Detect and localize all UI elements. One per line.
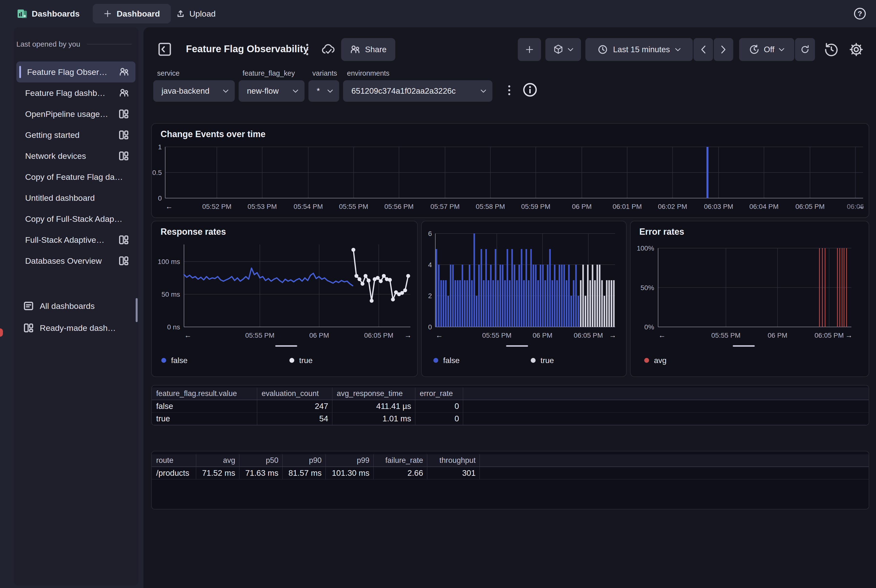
timeframe-back-button[interactable] <box>693 38 713 61</box>
legend-item-false[interactable]: false <box>161 356 188 365</box>
sidebar-item-all-dashboards[interactable]: All dashboards <box>16 295 135 317</box>
tab-dashboard[interactable]: Dashboard <box>93 4 171 23</box>
filter-dropdown-service[interactable]: java-backend <box>153 80 235 102</box>
svg-text:06 PM: 06 PM <box>532 332 552 339</box>
svg-text:06 PM: 06 PM <box>309 332 329 339</box>
table-header-cell[interactable]: route <box>152 454 196 466</box>
help-icon[interactable]: ? <box>853 7 867 21</box>
tile-change-events: Change Events over time 10.5005:52 PM05:… <box>151 123 869 218</box>
svg-text:100 ms: 100 ms <box>158 258 180 266</box>
sidebar-item[interactable]: Network devices <box>16 146 135 166</box>
svg-text:0: 0 <box>428 323 432 331</box>
cloud-sync-status-icon <box>321 44 335 55</box>
sidebar-item[interactable]: Untitled dashboard <box>16 188 135 208</box>
add-tile-button[interactable] <box>518 38 541 61</box>
timeframe-label: Last 15 minutes <box>613 45 670 54</box>
refresh-button[interactable] <box>795 38 815 61</box>
feature-flag-results-table: feature_flag.result.valueevaluation_coun… <box>151 385 869 426</box>
timeframe-selector[interactable]: Last 15 minutes <box>585 38 693 61</box>
response-rates-chart[interactable]: 100 ms50 ms0 ns05:55 PM06 PM06:05 PM←→ <box>152 221 417 376</box>
filter-dropdown-environments[interactable]: 651209c374a1f02aa2a3226c <box>343 80 492 102</box>
svg-text:6: 6 <box>428 230 432 237</box>
table-header-cell[interactable]: throughput <box>427 454 480 466</box>
legend-item-false[interactable]: false <box>434 356 460 365</box>
upload-button[interactable]: Upload <box>171 4 221 23</box>
refresh-clock-icon <box>749 44 759 55</box>
tile-response-rates: Response rates 100 ms50 ms0 ns05:55 PM06… <box>151 221 418 377</box>
table-header-row: feature_flag.result.valueevaluation_coun… <box>152 387 868 400</box>
all-dashboards-icon <box>23 301 34 311</box>
collapse-sidebar-icon[interactable] <box>158 42 172 57</box>
filters-kebab-icon[interactable] <box>507 80 512 100</box>
settings-gear-icon[interactable] <box>849 42 864 57</box>
dashboard-menu-kebab-icon[interactable] <box>304 42 310 57</box>
chart-scrollbar[interactable] <box>275 345 297 347</box>
share-button[interactable]: Share <box>341 38 395 61</box>
sidebar-item[interactable]: Databases Overview <box>16 250 135 271</box>
table-row-filler <box>480 467 868 479</box>
svg-text:05:55 PM: 05:55 PM <box>339 203 368 210</box>
timeframe-forward-button[interactable] <box>714 38 733 61</box>
sidebar-item-label: OpenPipeline usage… <box>25 109 118 119</box>
left-edge-red-indicator[interactable] <box>0 328 3 337</box>
table-header-cell[interactable]: p99 <box>326 454 374 466</box>
chart-scrollbar[interactable] <box>733 345 755 347</box>
sidebar-item[interactable]: Feature Flag dashb… <box>16 82 135 104</box>
svg-text:→: → <box>857 202 864 210</box>
filter-group: variants* <box>308 69 339 102</box>
table-header-cell[interactable]: avg <box>196 454 239 466</box>
table-header-filler <box>480 454 868 466</box>
sidebar-item-label: Databases Overview <box>25 256 118 266</box>
table-row: false247411.41 µs0 <box>152 400 868 412</box>
table-header-cell[interactable]: feature_flag.result.value <box>152 387 257 400</box>
auto-refresh-selector[interactable]: Off <box>739 38 794 61</box>
sidebar-item-label: All dashboards <box>40 302 94 311</box>
sidebar-item-label: Copy of Full-Stack Adap… <box>25 214 135 224</box>
svg-text:06 PM: 06 PM <box>572 203 592 210</box>
svg-text:05:56 PM: 05:56 PM <box>384 203 414 210</box>
app-name[interactable]: Dashboards <box>32 9 80 18</box>
table-header-cell[interactable]: avg_response_time <box>332 387 415 400</box>
people-icon <box>119 88 129 98</box>
svg-text:05:52 PM: 05:52 PM <box>202 203 232 210</box>
evaluation-counts-chart[interactable]: 642005:55 PM06 PM06:05 PM←→ <box>422 221 626 376</box>
sidebar-item-label: Feature Flag dashb… <box>25 88 119 98</box>
apps-dropdown[interactable] <box>545 38 581 61</box>
table-cell: 301 <box>427 467 480 479</box>
table-header-cell[interactable]: p90 <box>283 454 326 466</box>
chart-scrollbar[interactable] <box>506 345 528 347</box>
table-header-cell[interactable]: p50 <box>239 454 283 466</box>
sidebar-item-ready-made-dash-[interactable]: Ready-made dash… <box>16 317 135 339</box>
svg-text:05:54 PM: 05:54 PM <box>294 203 323 210</box>
legend-item-avg[interactable]: avg <box>644 356 667 365</box>
sidebar-item[interactable]: OpenPipeline usage… <box>16 104 135 124</box>
dashboard-toolbar: Last 15 minutes Off <box>518 38 864 61</box>
svg-text:06:05 PM: 06:05 PM <box>574 332 603 339</box>
sidebar-item[interactable]: Full-Stack Adaptive… <box>16 230 135 250</box>
svg-text:05:55 PM: 05:55 PM <box>245 332 274 339</box>
filter-dropdown-feature_flag_key[interactable]: new-flow <box>238 80 304 102</box>
legend-item-true[interactable]: true <box>531 356 554 365</box>
error-rates-chart[interactable]: 100%50%0%05:55 PM06 PM06:05 PM←→ <box>630 221 868 376</box>
sidebar-item[interactable]: Feature Flag Obser… <box>16 62 135 82</box>
table-header-cell[interactable]: error_rate <box>415 387 463 400</box>
sidebar-item[interactable]: Copy of Feature Flag da… <box>16 166 135 188</box>
table-header-cell[interactable]: evaluation_count <box>257 387 332 400</box>
history-icon[interactable] <box>824 42 839 57</box>
svg-text:?: ? <box>858 9 862 18</box>
legend-item-true[interactable]: true <box>290 356 313 365</box>
svg-text:0%: 0% <box>644 323 654 331</box>
filter-dropdown-variants[interactable]: * <box>308 80 339 102</box>
sidebar-scrollbar[interactable] <box>136 298 138 322</box>
svg-text:06:02 PM: 06:02 PM <box>658 203 687 210</box>
sidebar-item[interactable]: Copy of Full-Stack Adap… <box>16 208 135 230</box>
legend-dot <box>644 358 649 363</box>
table-header-cell[interactable]: failure_rate <box>374 454 427 466</box>
info-icon[interactable] <box>522 82 538 98</box>
filter-value: java-backend <box>162 86 209 96</box>
sidebar-item-label: Ready-made dash… <box>40 323 116 333</box>
sidebar-item[interactable]: Getting started <box>16 124 135 146</box>
svg-text:←: ← <box>184 331 192 339</box>
sidebar-item-label: Copy of Feature Flag da… <box>25 172 135 182</box>
svg-text:→: → <box>609 331 616 339</box>
